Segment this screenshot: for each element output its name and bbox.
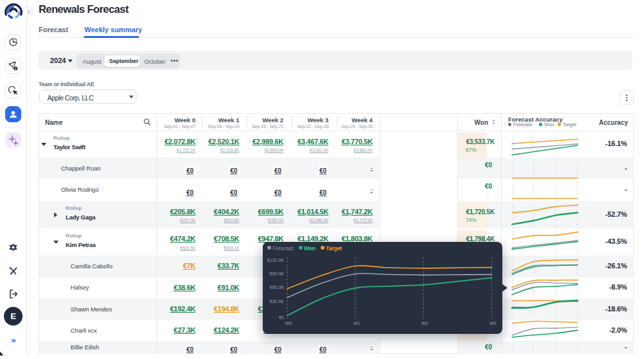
svg-text:i: i: [15, 68, 15, 71]
